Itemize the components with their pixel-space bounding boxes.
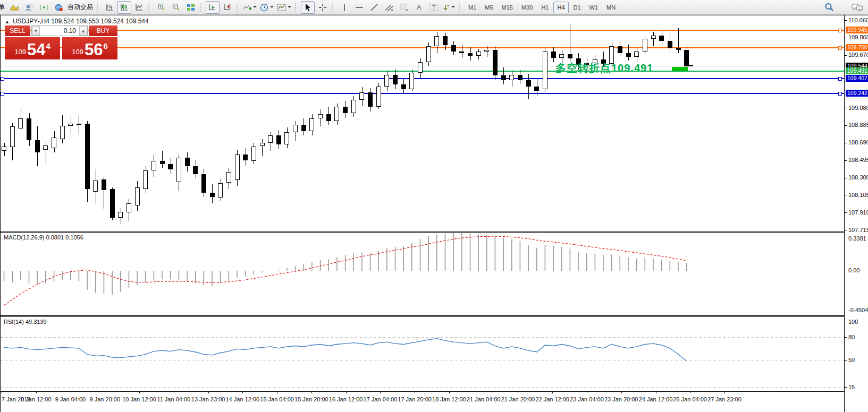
trendline-icon[interactable] [367,1,381,14]
axis-tick [845,160,847,161]
equidistant-channel-icon[interactable]: E [382,1,396,14]
candle [418,62,423,73]
timeframe-mn[interactable]: MN [603,2,619,13]
price-hline[interactable] [1,30,844,31]
chat-icon[interactable] [850,1,864,14]
macd-label: MACD(12,26,9) 0.0801 0.1056 [4,234,83,241]
volume-increase-button[interactable]: ▲ [79,26,87,36]
chart-shift-icon[interactable] [221,1,234,14]
horizontal-line-icon[interactable] [352,1,366,14]
candle [168,164,173,169]
volume-decrease-button[interactable]: ▼ [32,26,40,36]
text-label-icon[interactable]: T [427,1,441,14]
toolbar-grip [200,3,203,12]
candle [309,118,314,131]
rsi-plot [1,317,844,391]
text-icon[interactable]: A [412,1,426,14]
line-handle[interactable] [1,92,4,96]
timeframe-bar: M1M5M15M30H1H4D1W1MN [464,2,620,13]
signal-icon[interactable] [37,1,51,14]
vertical-line-icon[interactable] [338,1,351,14]
zoom-out-icon[interactable] [169,1,183,14]
time-axis[interactable]: 7 Jan 20198 Jan 12:009 Jan 04:009 Jan 20… [1,391,844,412]
price-hline[interactable] [1,93,844,94]
timeframe-w1[interactable]: W1 [586,2,602,13]
macd-pane[interactable]: MACD(12,26,9) 0.0801 0.1056 [1,233,844,315]
rsi-pane[interactable]: RSI(14) 49.3139 [1,317,844,391]
indicators-dropdown[interactable] [242,1,258,14]
templates-dropdown[interactable] [276,1,293,14]
autotrade-icon[interactable] [52,1,66,14]
price-axis[interactable]: 0.3381 0.00 -0.4504 100 80 50 15 110.060… [844,15,868,412]
macd-plot [1,233,844,315]
candle [27,118,31,140]
periods-dropdown[interactable] [259,1,275,14]
svg-text:T: T [432,4,436,11]
one-click-trade-widget: SELL ▼ ▲ BUY 109 54 4 109 56 6 [5,25,117,59]
line-handle[interactable] [838,29,842,32]
candle [210,193,215,197]
time-tick [484,391,484,393]
pivot-line-segment[interactable] [672,67,688,71]
price-tick-label: 107.910 [848,209,868,216]
profile-icon[interactable] [22,1,36,14]
line-handle[interactable] [1,77,4,81]
buy-price-display[interactable]: 109 56 6 [62,37,117,59]
candle [160,161,165,165]
candle [659,36,664,41]
bar-chart-icon[interactable] [103,1,116,14]
autotrade-label[interactable]: 自动交易 [68,3,93,12]
line-handle[interactable] [838,77,842,81]
candlestick-chart-icon[interactable] [117,1,131,14]
line-handle[interactable] [838,46,842,50]
candle-wick [162,151,163,168]
candle [193,166,198,174]
cursor-icon[interactable] [301,1,315,14]
timeframe-m15[interactable]: M15 [498,2,517,13]
timeframe-h4[interactable]: H4 [553,2,568,13]
timeframe-m5[interactable]: M5 [481,2,496,13]
price-hline[interactable] [1,78,844,79]
timeframe-m1[interactable]: M1 [465,2,480,13]
buy-price-figure: 109 [72,48,83,56]
zoom-in-icon[interactable] [154,1,168,14]
timeframe-h1[interactable]: H1 [537,2,552,13]
candle [102,179,106,190]
time-tick-label: 8 Jan 12:00 [21,396,52,402]
line-chart-icon[interactable] [132,1,146,14]
arrows-dropdown[interactable] [442,1,457,14]
time-tick-label: 23 Jan 20:00 [604,396,638,402]
tile-windows-icon[interactable] [184,1,198,14]
price-pane[interactable]: ▲USDJPY-,H4 109.524 109.553 109.524 109.… [1,15,844,231]
candle-wick [653,32,654,46]
macd-axis-top: 0.3381 [848,235,866,242]
market-watch-icon[interactable] [7,1,21,14]
candle [18,118,23,128]
fibonacci-icon[interactable]: F [397,1,411,14]
pane-separator[interactable] [1,231,868,233]
candle [226,172,231,183]
new-order-button[interactable]: 单 [0,3,5,12]
line-handle[interactable] [838,92,842,96]
crosshair-icon[interactable] [316,1,330,14]
price-hline[interactable] [1,47,844,48]
rsi-axis-100: 100 [848,319,858,325]
volume-input[interactable] [40,26,79,36]
candle [135,187,140,205]
timeframe-m30[interactable]: M30 [518,2,536,13]
collapse-triangle-icon[interactable]: ▲ [5,19,10,24]
buy-button[interactable]: BUY [89,25,117,36]
candle [509,75,514,80]
sell-button[interactable]: SELL [5,25,30,36]
candle [10,126,15,147]
candle-wick [262,139,263,156]
auto-scroll-icon[interactable] [206,1,220,14]
axis-tick [845,143,847,143]
timeframe-d1[interactable]: D1 [570,2,585,13]
search-icon[interactable] [822,1,836,14]
pane-separator[interactable] [1,315,868,317]
sell-price-display[interactable]: 109 54 4 [5,37,60,59]
candle [468,53,473,56]
candle [68,124,73,125]
axis-tick [845,125,847,126]
